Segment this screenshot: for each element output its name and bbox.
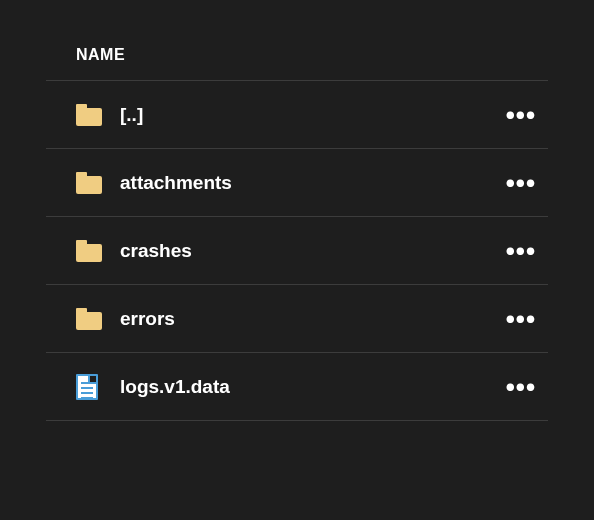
item-name: errors [112,308,500,330]
item-name: [..] [112,104,500,126]
file-list: [..] ••• attachments ••• crashes ••• err… [46,81,548,421]
list-item[interactable]: logs.v1.data ••• [46,353,548,421]
list-item[interactable]: errors ••• [46,285,548,353]
item-name: attachments [112,172,500,194]
item-name: logs.v1.data [112,376,500,398]
column-header: NAME [46,28,548,81]
more-icon[interactable]: ••• [500,238,542,264]
name-column-header: NAME [76,46,125,63]
folder-icon [76,104,112,126]
file-icon [76,374,112,400]
more-icon[interactable]: ••• [500,306,542,332]
folder-icon [76,172,112,194]
list-item[interactable]: crashes ••• [46,217,548,285]
more-icon[interactable]: ••• [500,170,542,196]
list-item[interactable]: attachments ••• [46,149,548,217]
more-icon[interactable]: ••• [500,102,542,128]
list-item[interactable]: [..] ••• [46,81,548,149]
item-name: crashes [112,240,500,262]
more-icon[interactable]: ••• [500,374,542,400]
folder-icon [76,308,112,330]
folder-icon [76,240,112,262]
